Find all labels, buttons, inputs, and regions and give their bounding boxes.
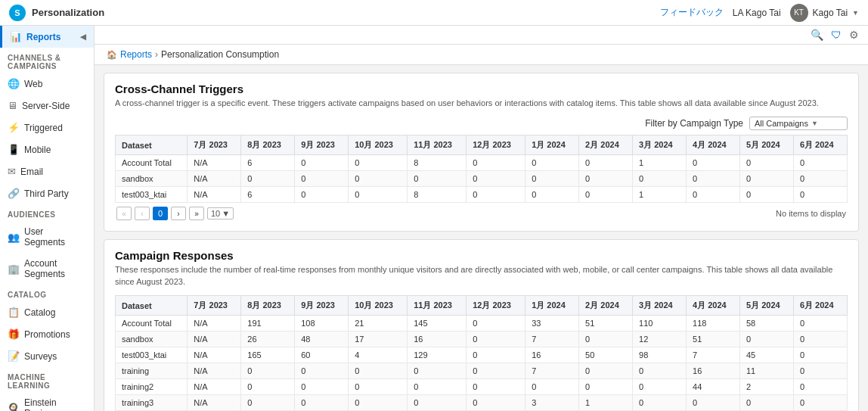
cell-value: 191 xyxy=(241,316,295,332)
col-2-2024: 2月 2024 xyxy=(579,135,633,155)
cell-qualifier: N/A xyxy=(188,332,241,347)
table-row: Account TotalN/A191108211450335111011858… xyxy=(116,316,848,332)
cell-value: 8 xyxy=(408,155,467,171)
cell-value: 0 xyxy=(295,395,349,411)
sidebar-item-reports-top[interactable]: 📊 Reports ◀ xyxy=(0,26,94,48)
cell-dataset: test003_ktai xyxy=(116,187,188,203)
sidebar-item-label: User Segments xyxy=(24,226,86,248)
triggered-icon: ⚡ xyxy=(8,122,20,133)
cross-channel-filter-row: Filter by Campaign Type All Campaigns ▼ xyxy=(115,117,848,130)
cell-value: 16 xyxy=(687,363,740,379)
cell-value: 0 xyxy=(687,155,740,171)
server-icon: 🖥 xyxy=(8,100,17,111)
sidebar-item-surveys[interactable]: 📝 Surveys xyxy=(0,345,94,367)
cell-value: 6 xyxy=(241,187,295,203)
sidebar-item-catalog[interactable]: 📋 Catalog xyxy=(0,301,94,323)
page-size-select[interactable]: 10 ▼ xyxy=(207,207,234,220)
breadcrumb-parent[interactable]: Reports xyxy=(120,49,152,60)
settings-icon[interactable]: ⚙ xyxy=(849,29,859,41)
cell-value: 3 xyxy=(525,395,579,411)
no-items-text: No items to display xyxy=(776,209,846,218)
expand-icon: ◀ xyxy=(80,33,86,41)
cell-value: 108 xyxy=(295,316,349,332)
sidebar-item-label: Server-Side xyxy=(22,101,70,111)
cell-value: 0 xyxy=(349,363,408,379)
search-icon[interactable]: 🔍 xyxy=(811,29,823,41)
cell-value: 12 xyxy=(633,332,687,347)
user-dropdown-icon[interactable]: ▼ xyxy=(852,9,859,17)
avatar: KT xyxy=(790,4,808,22)
cell-value: 0 xyxy=(295,155,349,171)
sidebar-item-mobile[interactable]: 📱 Mobile xyxy=(0,139,94,160)
cell-value: 33 xyxy=(525,316,579,332)
cell-value: 0 xyxy=(739,332,793,347)
cell-dataset: training2 xyxy=(116,379,188,395)
topbar-left: S Personalization xyxy=(9,5,104,21)
cell-value: 0 xyxy=(525,379,579,395)
sidebar-item-server-side[interactable]: 🖥 Server-Side xyxy=(0,95,94,117)
cell-value: 51 xyxy=(687,332,740,347)
breadcrumb-current: Personalization Consumption xyxy=(161,49,279,60)
content-topbar: 🔍 🛡 ⚙ xyxy=(95,26,868,45)
next-page-button[interactable]: › xyxy=(171,207,186,220)
sidebar-item-user-segments[interactable]: 👥 User Segments xyxy=(0,221,94,253)
sidebar-item-label: Account Segments xyxy=(24,258,86,279)
cell-value: 1 xyxy=(633,187,687,203)
einstein-recipes-icon: 🍳 xyxy=(8,403,20,412)
mobile-icon: 📱 xyxy=(8,144,20,155)
cell-value: 0 xyxy=(467,155,525,171)
filter-value: All Campaigns xyxy=(755,119,808,128)
sidebar-item-einstein-recipes[interactable]: 🍳 Einstein Recipes xyxy=(0,392,94,411)
cell-value: 6 xyxy=(241,155,295,171)
cell-value: 0 xyxy=(295,187,349,203)
sidebar-item-web[interactable]: 🌐 Web xyxy=(0,73,94,95)
last-page-button[interactable]: » xyxy=(189,207,204,220)
col-5-2024: 5月 2024 xyxy=(739,135,793,155)
cross-channel-filter-select[interactable]: All Campaigns ▼ xyxy=(749,117,848,130)
cell-value: 0 xyxy=(579,155,633,171)
cell-value: 0 xyxy=(467,332,525,347)
cell-value: 45 xyxy=(739,347,793,363)
cr-col-1-2024: 1月 2024 xyxy=(525,296,579,316)
cr-col-8-2023: 8月 2023 xyxy=(241,296,295,316)
col-dataset: Dataset xyxy=(116,135,188,155)
cell-value: 0 xyxy=(408,379,467,395)
cell-value: 7 xyxy=(687,347,740,363)
sidebar-item-triggered[interactable]: ⚡ Triggered xyxy=(0,117,94,139)
prev-page-button[interactable]: ‹ xyxy=(135,207,150,220)
col-7-2023: 7月 2023 xyxy=(188,135,241,155)
breadcrumb-home-icon: 🏠 xyxy=(107,50,117,60)
cell-value: 0 xyxy=(241,395,295,411)
sidebar: 📊 Reports ◀ CHANNELS & CAMPAIGNS 🌐 Web 🖥… xyxy=(0,26,95,411)
sidebar-item-label: Triggered xyxy=(24,123,63,133)
user-name[interactable]: Kago Tai xyxy=(813,8,848,18)
cell-value: 0 xyxy=(241,171,295,187)
sidebar-item-promotions[interactable]: 🎁 Promotions xyxy=(0,323,94,345)
table-row: sandboxN/A26481716070125100 xyxy=(116,332,848,347)
page-size-arrow: ▼ xyxy=(222,209,230,218)
table-row: sandboxN/A00000000000 xyxy=(116,171,848,187)
cell-value: 0 xyxy=(467,187,525,203)
cross-channel-desc: A cross-channel trigger is a specific ev… xyxy=(115,98,848,109)
campaign-responses-section: Campaign Responses These responses inclu… xyxy=(104,239,859,411)
feedback-link[interactable]: フィードバック xyxy=(660,6,724,19)
sidebar-item-email[interactable]: ✉ Email xyxy=(0,160,94,182)
cell-value: 0 xyxy=(579,332,633,347)
first-page-button[interactable]: « xyxy=(116,207,132,220)
cell-qualifier: N/A xyxy=(188,316,241,332)
cr-col-4-2024: 4月 2024 xyxy=(687,296,740,316)
cr-col-dataset: Dataset xyxy=(116,296,188,316)
sidebar-item-label: Third Party xyxy=(24,188,69,199)
org-label: LA Kago Tai xyxy=(733,8,781,18)
cell-value: 0 xyxy=(467,363,525,379)
cell-qualifier: N/A xyxy=(188,155,241,171)
table-row: training2N/A000000004420 xyxy=(116,379,848,395)
cell-qualifier: N/A xyxy=(188,347,241,363)
cell-value: 0 xyxy=(579,363,633,379)
sidebar-item-account-segments[interactable]: 🏢 Account Segments xyxy=(0,253,94,285)
cross-channel-pagination: « ‹ 0 › » 10 ▼ No items to display xyxy=(115,203,848,222)
cell-value: 0 xyxy=(408,171,467,187)
cell-value: 50 xyxy=(579,347,633,363)
cell-value: 0 xyxy=(793,332,847,347)
sidebar-item-third-party[interactable]: 🔗 Third Party xyxy=(0,182,94,204)
